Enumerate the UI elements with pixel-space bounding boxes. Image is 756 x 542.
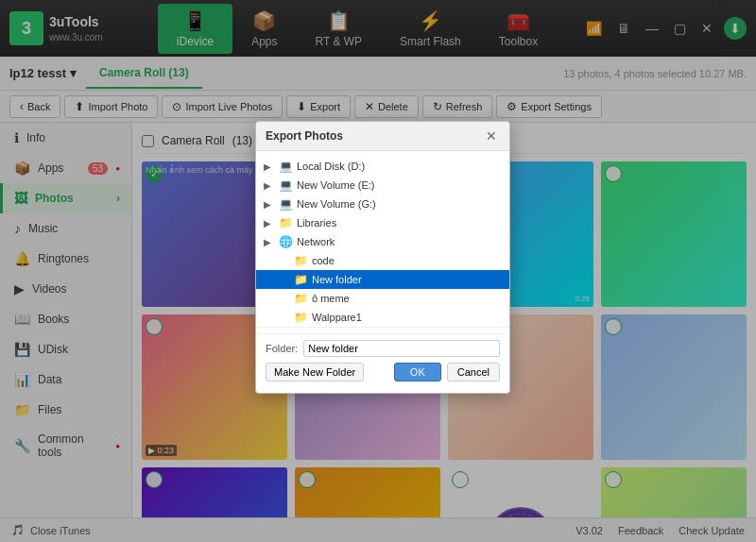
dialog-footer: Folder: Make New Folder OK Cancel [256,333,509,387]
tree-item-new-folder[interactable]: 📁 New folder [256,270,509,289]
network-icon: 🌐 [279,235,293,248]
tree-item-libraries[interactable]: ▶ 📁 Libraries [256,213,509,232]
disk-icon-d: 💻 [279,160,293,173]
disk-icon-e: 💻 [279,178,293,192]
disk-icon-g: 💻 [279,197,293,211]
label-o-meme: ô meme [312,293,350,304]
label-new-vol-g: New Volume (G:) [297,198,376,210]
folder-icon-new-folder: 📁 [294,273,308,286]
dialog-title: Export Photos [266,129,343,143]
cancel-button[interactable]: Cancel [447,363,500,381]
arrow-local-d: ▶ [264,161,275,172]
tree-item-network[interactable]: ▶ 🌐 Network [256,232,509,251]
label-new-folder: New folder [312,274,362,285]
label-new-vol-e: New Volume (E:) [297,179,375,191]
label-libraries: Libraries [297,217,336,229]
label-local-d: Local Disk (D:) [297,161,365,172]
folder-row: Folder: [266,340,500,357]
arrow-new-vol-g: ▶ [264,199,275,210]
folder-icon-libraries: 📁 [279,216,293,229]
folder-icon-code: 📁 [294,254,308,267]
dialog-close-button[interactable]: ✕ [483,127,500,144]
tree-item-new-vol-e[interactable]: ▶ 💻 New Volume (E:) [256,176,509,195]
dialog-body: ▶ 💻 Local Disk (D:) ▶ 💻 New Volume (E:) … [256,151,509,393]
tree-item-code[interactable]: 📁 code [256,251,509,270]
folder-input[interactable] [303,340,500,357]
folder-icon-walppare1: 📁 [294,311,308,324]
arrow-libraries: ▶ [264,218,275,229]
tree-item-walppare1[interactable]: 📁 Walppare1 [256,308,509,327]
label-walppare1: Walppare1 [312,312,362,323]
arrow-new-vol-e: ▶ [264,180,275,191]
label-network: Network [297,236,335,247]
label-code: code [312,255,335,266]
make-new-folder-button[interactable]: Make New Folder [266,363,364,381]
folder-icon-o-meme: 📁 [294,292,308,305]
tree-view: ▶ 💻 Local Disk (D:) ▶ 💻 New Volume (E:) … [256,157,509,328]
tree-item-o-meme[interactable]: 📁 ô meme [256,289,509,308]
tree-item-local-d[interactable]: ▶ 💻 Local Disk (D:) [256,157,509,176]
dialog-title-bar: Export Photos ✕ [256,122,509,151]
ok-button[interactable]: OK [394,363,441,381]
dialog-buttons: Make New Folder OK Cancel [266,363,500,381]
arrow-network: ▶ [264,237,275,247]
dialog-overlay: Export Photos ✕ ▶ 💻 Local Disk (D:) ▶ 💻 … [0,0,756,542]
export-photos-dialog: Export Photos ✕ ▶ 💻 Local Disk (D:) ▶ 💻 … [255,121,510,394]
folder-label: Folder: [266,343,298,354]
tree-item-new-vol-g[interactable]: ▶ 💻 New Volume (G:) [256,195,509,213]
